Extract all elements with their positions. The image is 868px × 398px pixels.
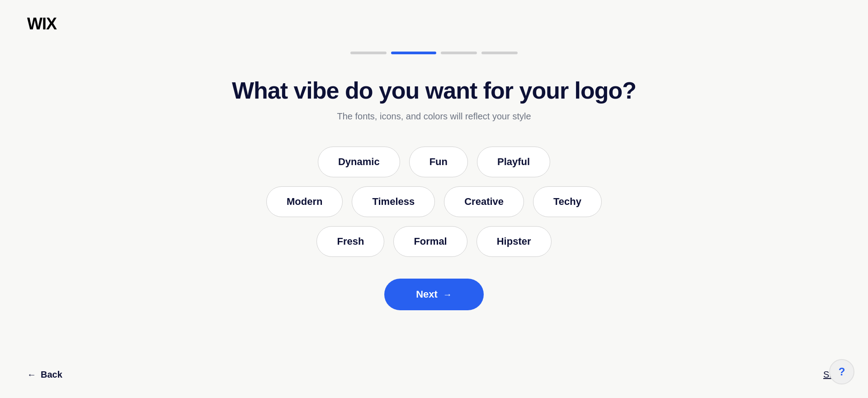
header: WIX (0, 0, 868, 33)
vibe-option-formal[interactable]: Formal (393, 226, 467, 257)
progress-bar (350, 52, 518, 54)
wix-logo: WIX (27, 14, 57, 33)
back-arrow-icon: ← (27, 370, 36, 380)
progress-segment-1 (350, 52, 387, 54)
main-content: What vibe do you want for your logo? The… (0, 77, 868, 310)
vibes-container: Dynamic Fun Playful Modern Timeless Crea… (266, 147, 602, 257)
back-button[interactable]: ← Back (27, 370, 62, 380)
page-subtitle: The fonts, icons, and colors will reflec… (337, 111, 531, 122)
next-arrow-icon: → (443, 289, 452, 300)
progress-segment-4 (481, 52, 518, 54)
vibe-row-2: Modern Timeless Creative Techy (266, 186, 602, 217)
vibe-option-dynamic[interactable]: Dynamic (318, 147, 400, 177)
vibe-option-creative[interactable]: Creative (444, 186, 524, 217)
vibe-option-fun[interactable]: Fun (409, 147, 468, 177)
progress-segment-2 (391, 52, 436, 54)
vibe-option-playful[interactable]: Playful (477, 147, 550, 177)
vibe-option-timeless[interactable]: Timeless (352, 186, 435, 217)
vibe-option-techy[interactable]: Techy (533, 186, 602, 217)
vibe-option-modern[interactable]: Modern (266, 186, 343, 217)
bottom-nav: ← Back Skip (0, 370, 868, 380)
next-button-label: Next (416, 289, 438, 300)
vibe-row-3: Fresh Formal Hipster (316, 226, 551, 257)
progress-segment-3 (441, 52, 477, 54)
page-title: What vibe do you want for your logo? (232, 77, 636, 104)
vibe-option-fresh[interactable]: Fresh (316, 226, 384, 257)
help-button[interactable]: ? (829, 359, 854, 384)
vibe-option-hipster[interactable]: Hipster (476, 226, 552, 257)
back-button-label: Back (41, 370, 62, 380)
vibe-row-1: Dynamic Fun Playful (318, 147, 550, 177)
next-button[interactable]: Next → (384, 279, 484, 310)
help-icon: ? (839, 365, 845, 378)
